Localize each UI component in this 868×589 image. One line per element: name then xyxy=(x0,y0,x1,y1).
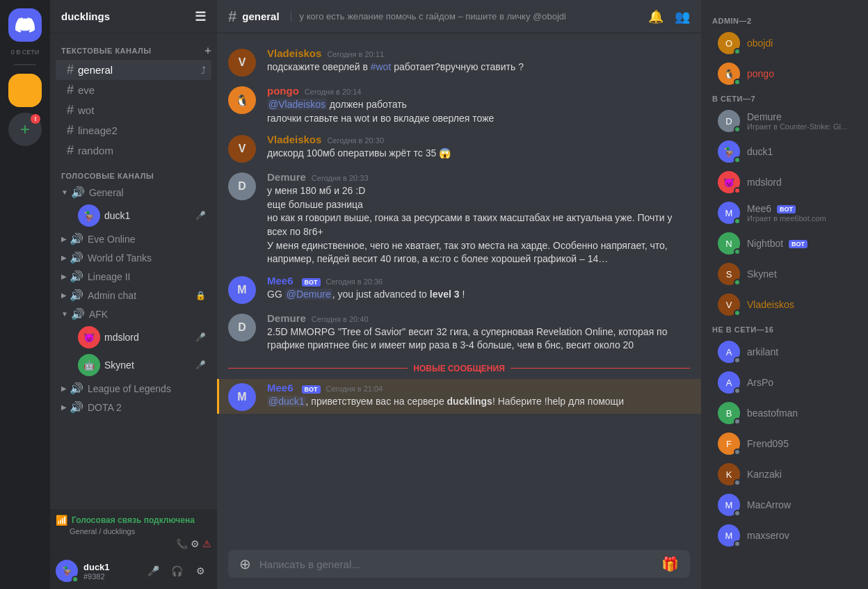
speaker-icon: 🔊 xyxy=(70,289,83,302)
message-time: Сегодня в 20:14 xyxy=(305,88,362,96)
message-input[interactable] xyxy=(259,551,653,577)
ducklings-server-icon[interactable] xyxy=(8,74,42,107)
voice-category-name: Lineage II xyxy=(88,271,131,282)
voice-member-skynet[interactable]: 🤖 Skynet 🎤 xyxy=(56,351,211,379)
voice-category-lol[interactable]: ▶ 🔊 League of Legends xyxy=(56,379,211,398)
voice-category-eve[interactable]: ▶ 🔊 Eve Online xyxy=(56,229,211,248)
member-maxserov[interactable]: M maxserov xyxy=(707,520,862,551)
voice-member-mdslord[interactable]: 😈 mdslord 🎤 xyxy=(56,323,211,351)
upload-icon[interactable]: ⊕ xyxy=(236,550,254,578)
member-info: pongo xyxy=(747,68,774,79)
server-name: ducklings xyxy=(61,10,110,22)
member-info: obojdi xyxy=(747,38,773,49)
member-arspo[interactable]: A ArsPo xyxy=(707,367,862,398)
add-channel-icon[interactable]: + xyxy=(204,45,211,57)
member-pongo[interactable]: 🐧 pongo xyxy=(707,58,862,89)
hash-icon: # xyxy=(67,123,74,138)
member-vladeiskos[interactable]: V Vladeiskos xyxy=(707,289,862,320)
message-author[interactable]: Vladeiskos xyxy=(267,134,321,145)
member-avatar-container: M xyxy=(718,202,740,224)
voice-category-general[interactable]: ▼ 🔊 General xyxy=(56,183,211,202)
voice-channels-header[interactable]: ГОЛОСОВЫЕ КАНАЛЫ xyxy=(50,161,217,183)
channel-lineage2[interactable]: # lineage2 xyxy=(56,120,211,140)
member-avatar-container: N xyxy=(718,232,740,255)
user-panel-actions: 🎤 🎧 ⚙ xyxy=(142,560,211,582)
mute-button[interactable]: 🎤 xyxy=(142,560,164,582)
message-avatar: D xyxy=(228,314,256,341)
settings-icon[interactable]: ⚙ xyxy=(191,538,200,549)
message-author[interactable]: Vladeiskos xyxy=(267,47,321,59)
member-nightbot[interactable]: N Nightbot BOT xyxy=(707,228,862,259)
member-name: obojdi xyxy=(747,38,773,49)
member-demure[interactable]: D Demure Играет в Counter-Strike: Gl... xyxy=(707,106,862,136)
status-dot xyxy=(734,357,741,364)
bot-badge: BOT xyxy=(789,240,807,248)
text-channels-header[interactable]: ТЕКСТОВЫЕ КАНАЛЫ + xyxy=(50,33,217,60)
member-name: Vladeiskos xyxy=(747,299,794,310)
channel-invite-icon[interactable]: ⤴ xyxy=(201,65,206,76)
signal-icon: 📶 xyxy=(56,515,67,526)
member-mdslord[interactable]: 😈 mdslord xyxy=(707,167,862,197)
hashtag-wot[interactable]: #wot xyxy=(371,61,392,72)
mention-vladeiskos[interactable]: @Vladeiskos xyxy=(267,99,327,110)
speaker-icon: 🔊 xyxy=(70,232,83,245)
speaker-icon: 🔊 xyxy=(71,307,85,321)
member-skynet[interactable]: S Skynet xyxy=(707,259,862,289)
speaker-icon: 🔊 xyxy=(70,401,83,414)
deafen-button[interactable]: 🎧 xyxy=(166,560,188,582)
divider-line xyxy=(228,368,408,369)
emoji-icon[interactable]: 🎁 xyxy=(659,550,682,578)
member-name: Nightbot BOT xyxy=(747,238,807,249)
member-avatar-container: M xyxy=(718,494,740,516)
arrow-icon: ▶ xyxy=(61,273,67,280)
main-content: # general у кого есть желание помочь с г… xyxy=(217,0,701,589)
arrow-icon: ▶ xyxy=(61,254,67,261)
divider-line xyxy=(511,368,690,369)
member-beastofman[interactable]: B beastofman xyxy=(707,398,862,428)
channel-random[interactable]: # random xyxy=(56,140,211,161)
member-avatar-container: D xyxy=(718,110,740,132)
microphone-icon[interactable]: 🎤 xyxy=(195,211,206,220)
voice-category-afk[interactable]: ▼ 🔊 AFK xyxy=(56,305,211,323)
voice-member-duck1[interactable]: 🦆 duck1 🎤 xyxy=(56,202,211,229)
member-activity: Играет в Counter-Strike: Gl... xyxy=(747,122,847,131)
message-author[interactable]: Demure xyxy=(267,312,306,324)
home-button[interactable] xyxy=(8,8,42,42)
channel-eve[interactable]: # eve xyxy=(56,80,211,100)
channel-hash-icon: # xyxy=(228,8,236,26)
message-author[interactable]: pongo xyxy=(267,85,299,97)
message-text: 2.5D MMORPG "Tree of Savior" весит 32 ги… xyxy=(267,325,690,353)
voice-category-lineage[interactable]: ▶ 🔊 Lineage II xyxy=(56,267,211,286)
add-server-button[interactable]: + ! xyxy=(8,113,42,146)
settings-button[interactable]: ⚙ xyxy=(189,560,211,582)
member-macarrow[interactable]: M MacArrow xyxy=(707,490,862,520)
member-frend095[interactable]: F Frend095 xyxy=(707,428,862,459)
member-duck1[interactable]: 🦆 duck1 xyxy=(707,136,862,167)
member-arkilant[interactable]: A arkilant xyxy=(707,337,862,367)
message-author[interactable]: Mee6 xyxy=(267,275,294,287)
member-obojdi[interactable]: O obojdi xyxy=(707,28,862,58)
voice-category-admin[interactable]: ▶ 🔊 Admin chat 🔒 xyxy=(56,286,211,305)
mention-duck1[interactable]: @duck1 xyxy=(267,396,306,407)
notification-icon[interactable]: 🔔 xyxy=(648,9,664,24)
voice-category-wot[interactable]: ▶ 🔊 World of Tanks xyxy=(56,248,211,267)
message-author[interactable]: Mee6 xyxy=(267,382,294,394)
members-toggle-icon[interactable]: 👥 xyxy=(675,9,690,24)
server-header[interactable]: ducklings ☰ xyxy=(50,0,217,33)
channel-general[interactable]: # general ⤴ xyxy=(56,60,211,80)
voice-category-dota[interactable]: ▶ 🔊 DOTA 2 xyxy=(56,398,211,417)
new-messages-divider: НОВЫЕ СООБЩЕНИЯ xyxy=(217,358,701,379)
microphone-icon[interactable]: 🎤 xyxy=(195,332,206,342)
member-mee6[interactable]: M Mee6 BOT Играет в mee6bot.com xyxy=(707,197,862,228)
microphone-icon[interactable]: 🎤 xyxy=(195,360,206,370)
disconnect-icon[interactable]: 📞 xyxy=(176,538,188,549)
member-info: duck1 xyxy=(747,146,773,157)
status-dot xyxy=(734,479,741,486)
member-kanzaki[interactable]: K Kanzaki xyxy=(707,459,862,490)
message-avatar: M xyxy=(228,276,256,304)
message-author[interactable]: Demure xyxy=(267,171,306,183)
message-group-highlighted: M Mee6 BOT Сегодня в 21:04 @duck1, приве… xyxy=(217,379,701,414)
mention-demure[interactable]: @Demure xyxy=(285,289,332,300)
channel-wot[interactable]: # wot xyxy=(56,100,211,120)
server-menu-icon[interactable]: ☰ xyxy=(195,9,206,24)
